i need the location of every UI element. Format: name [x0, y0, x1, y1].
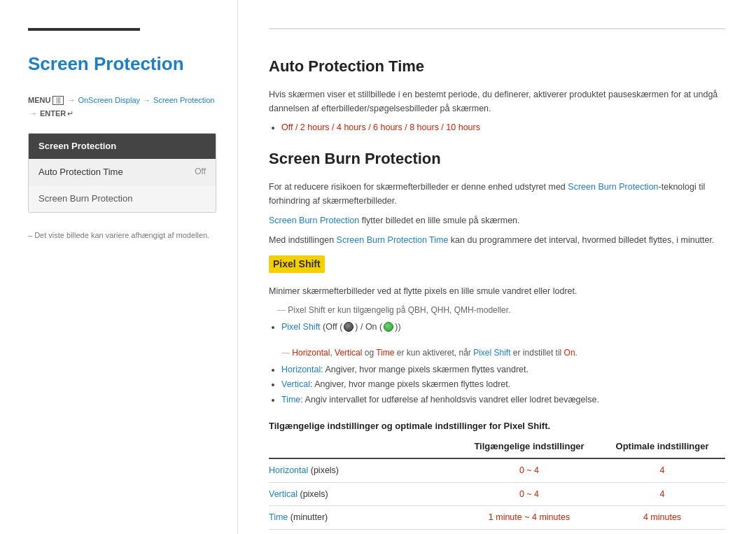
table-section-title: Tilgængelige indstillinger og optimale i…	[269, 419, 725, 433]
table-row-vertical: Vertical (pixels) 0 ~ 4 4	[269, 483, 725, 507]
col-header-optimal: Optimale indstillinger	[599, 440, 725, 454]
row-vertical-label: Vertical (pixels)	[269, 488, 459, 501]
dark-dot-icon	[344, 322, 354, 332]
menu-label: MENU	[28, 94, 50, 106]
pixel-shift-table: Tilgængelige indstillinger Optimale inds…	[269, 440, 725, 530]
row-horizontal-optimal: 4	[599, 464, 725, 477]
top-bar-right	[269, 28, 725, 29]
green-dot-icon	[384, 322, 393, 332]
screen-protection-box: Screen Protection Auto Protection Time O…	[28, 133, 216, 213]
bullet-horizontal: Horizontal: Angiver, hvor mange pixels s…	[281, 363, 725, 377]
arrow3: →	[29, 108, 37, 120]
burn-protection-link2: Screen Burn Protection	[269, 216, 359, 225]
left-panel: Screen Protection MENU ||| → OnScreen Di…	[0, 0, 238, 534]
pixel-shift-bullets2: Horizontal: Angiver, hvor mange pixels s…	[281, 363, 725, 407]
pixel-shift-bullets: Pixel Shift (Off () / On ())	[281, 321, 725, 334]
row-time-label: Time (minutter)	[269, 511, 459, 524]
menu-icon: |||	[52, 96, 64, 105]
burn-protection-time-link: Screen Burn Protection Time	[337, 235, 449, 245]
col-header-available: Tilgængelige indstillinger	[459, 440, 599, 454]
sp-item-auto-value: Off	[195, 165, 206, 178]
enter-icon: ↵	[67, 108, 74, 120]
section2-desc1: For at reducere risikoen for skærmefterb…	[269, 180, 725, 208]
section1-hours: Off / 2 hours / 4 hours / 6 hours / 8 ho…	[281, 122, 480, 132]
table-row-time: Time (minutter) 1 minute ~ 4 minutes 4 m…	[269, 506, 725, 530]
burn-protection-link1: Screen Burn Protection	[568, 182, 658, 192]
section2-title: Screen Burn Protection	[269, 147, 725, 170]
page-title: Screen Protection	[28, 50, 216, 78]
pixel-shift-highlight: Pixel Shift	[269, 255, 325, 273]
row-time-optimal: 4 minutes	[599, 511, 725, 524]
section2-desc3: Med indstillingen Screen Burn Protection…	[269, 233, 725, 247]
top-bar-left	[28, 28, 140, 31]
row-time-available: 1 minute ~ 4 minutes	[459, 511, 599, 524]
menu-item-screen-protection: Screen Protection	[153, 94, 214, 106]
menu-item-enter: ENTER	[40, 108, 66, 120]
indent-note: Horizontal, Vertical og Time er kun akti…	[281, 346, 725, 359]
sp-item-burn-label: Screen Burn Protection	[38, 193, 132, 204]
sp-box-item-auto[interactable]: Auto Protection Time Off	[29, 159, 216, 186]
row-vertical-optimal: 4	[599, 488, 725, 501]
bullet-time: Time: Angiv intervallet for udførelse af…	[281, 393, 725, 407]
hours-text: Off / 2 hours / 4 hours / 6 hours / 8 ho…	[281, 122, 480, 132]
section1-title: Auto Protection Time	[269, 55, 725, 78]
sp-box-title: Screen Protection	[29, 134, 216, 159]
bullet-vertical: Vertical: Angiver, hvor mange pixels skæ…	[281, 378, 725, 391]
row-horizontal-label: Horizontal (pixels)	[269, 464, 459, 477]
table-header: Tilgængelige indstillinger Optimale inds…	[269, 440, 725, 459]
pixel-shift-note1: Pixel Shift er kun tilgængelig på QBH, Q…	[269, 304, 725, 316]
right-panel: Auto Protection Time Hvis skærmen viser …	[238, 0, 756, 534]
menu-path: MENU ||| → OnScreen Display → Screen Pro…	[28, 94, 216, 119]
pixel-shift-desc: Minimer skærmefterbilleder ved at flytte…	[269, 284, 725, 298]
row-horizontal-available: 0 ~ 4	[459, 464, 599, 477]
image-note: – Det viste billede kan variere afhængig…	[28, 230, 216, 241]
section1-desc: Hvis skærmen viser et stillbillede i en …	[269, 87, 725, 115]
section2-desc2: Screen Burn Protection flytter billedet …	[269, 213, 725, 227]
section1-hours-list: Off / 2 hours / 4 hours / 6 hours / 8 ho…	[281, 121, 725, 134]
arrow2: →	[143, 94, 150, 106]
sp-box-item-burn[interactable]: Screen Burn Protection	[29, 185, 216, 212]
sp-item-auto-label: Auto Protection Time	[38, 165, 123, 179]
table-row-horizontal: Horizontal (pixels) 0 ~ 4 4	[269, 459, 725, 483]
row-vertical-available: 0 ~ 4	[459, 488, 599, 501]
menu-item-onscreen: OnScreen Display	[78, 94, 140, 106]
pixel-shift-bullet1: Pixel Shift (Off () / On ())	[281, 321, 725, 334]
arrow1: →	[67, 94, 75, 106]
